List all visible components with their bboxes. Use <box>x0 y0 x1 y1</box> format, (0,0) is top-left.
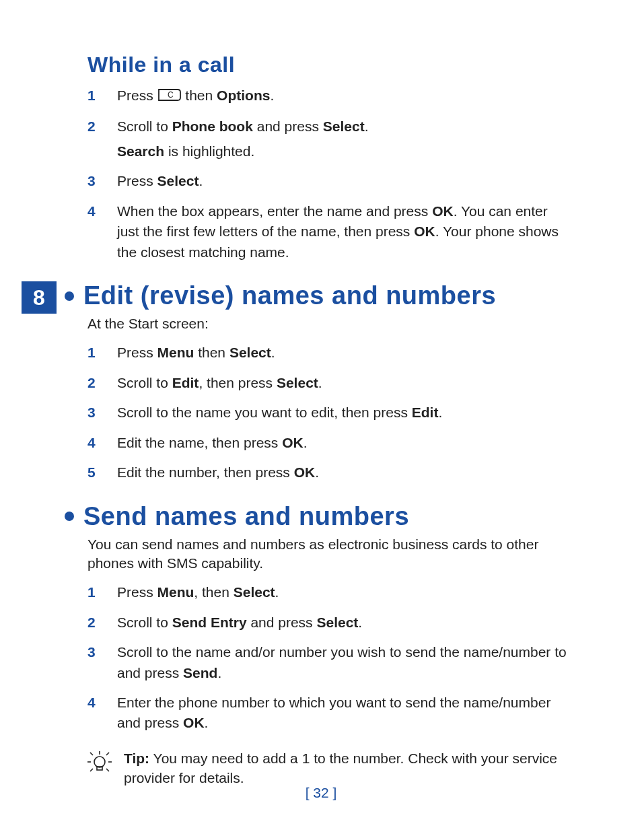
step-body: Press C then Options. <box>117 85 572 107</box>
step-body: Press Menu, then Select. <box>117 582 572 602</box>
step-number: 3 <box>87 171 102 191</box>
step-number: 2 <box>87 612 102 633</box>
step-body: Edit the number, then press OK. <box>117 462 572 483</box>
list-item: 1Press Menu then Select. <box>87 343 572 363</box>
list-item: 2Scroll to Send Entry and press Select. <box>87 612 572 633</box>
tip-callout: Tip: You may need to add a 1 to the numb… <box>87 748 572 788</box>
c-key-icon: C <box>157 87 182 107</box>
svg-text:C: C <box>168 90 174 100</box>
list-item: 1 Press C then Options. <box>87 85 572 107</box>
step-body: Press Menu then Select. <box>117 343 572 363</box>
step-number: 1 <box>87 582 102 602</box>
step-number: 2 <box>87 373 102 393</box>
steps-list-2: 1Press Menu then Select. 2Scroll to Edit… <box>87 343 572 483</box>
step-body: Scroll to Send Entry and press Select. <box>117 612 572 633</box>
page-number: [ 32 ] <box>0 785 642 801</box>
step-number: 4 <box>87 693 102 734</box>
step-number: 4 <box>87 433 102 453</box>
step-body: Scroll to Edit, then press Select. <box>117 373 572 393</box>
list-item: 3Scroll to the name and/or number you wi… <box>87 642 572 683</box>
step-number: 3 <box>87 642 102 683</box>
list-item: 2 Scroll to Phone book and press Select.… <box>87 116 572 162</box>
step-body: When the box appears, enter the name and… <box>117 201 572 262</box>
step-body: Edit the name, then press OK. <box>117 433 572 453</box>
list-item: 4Enter the phone number to which you wan… <box>87 693 572 734</box>
list-item: 3 Press Select. <box>87 171 572 191</box>
step-number: 3 <box>87 403 102 423</box>
list-item: 4Edit the name, then press OK. <box>87 433 572 453</box>
step-body: Scroll to the name and/or number you wis… <box>117 642 572 683</box>
svg-line-7 <box>90 769 93 771</box>
bullet-icon <box>65 291 74 301</box>
svg-rect-9 <box>97 767 102 770</box>
svg-point-1 <box>94 757 105 767</box>
step-body: Press Select. <box>117 171 572 191</box>
step-body: Scroll to Phone book and press Select. S… <box>117 116 572 162</box>
step-number: 1 <box>87 85 102 107</box>
step-body: Scroll to the name you want to edit, the… <box>117 403 572 423</box>
svg-line-6 <box>106 753 109 755</box>
intro-text: You can send names and numbers as electr… <box>87 535 572 573</box>
list-item: 2Scroll to Edit, then press Select. <box>87 373 572 393</box>
lightbulb-icon <box>87 748 112 775</box>
bullet-icon <box>65 512 74 521</box>
heading-send-names: Send names and numbers <box>65 502 572 531</box>
chapter-tab: 8 <box>22 281 57 314</box>
step-number: 2 <box>87 116 102 162</box>
list-item: 1Press Menu, then Select. <box>87 582 572 602</box>
list-item: 5Edit the number, then press OK. <box>87 462 572 483</box>
steps-list-3: 1Press Menu, then Select. 2Scroll to Sen… <box>87 582 572 734</box>
list-item: 3Scroll to the name you want to edit, th… <box>87 403 572 423</box>
intro-text: At the Start screen: <box>87 314 572 333</box>
svg-line-5 <box>90 753 93 755</box>
step-body: Enter the phone number to which you want… <box>117 693 572 734</box>
step-number: 4 <box>87 201 102 262</box>
steps-list-1: 1 Press C then Options. 2 Scroll to Phon… <box>87 85 572 262</box>
subheading-while-in-a-call: While in a call <box>87 53 572 77</box>
heading-edit-names: Edit (revise) names and numbers <box>65 281 572 310</box>
svg-line-8 <box>106 769 109 771</box>
tip-text: Tip: You may need to add a 1 to the numb… <box>124 748 572 788</box>
step-number: 1 <box>87 343 102 363</box>
step-number: 5 <box>87 462 102 483</box>
list-item: 4 When the box appears, enter the name a… <box>87 201 572 262</box>
